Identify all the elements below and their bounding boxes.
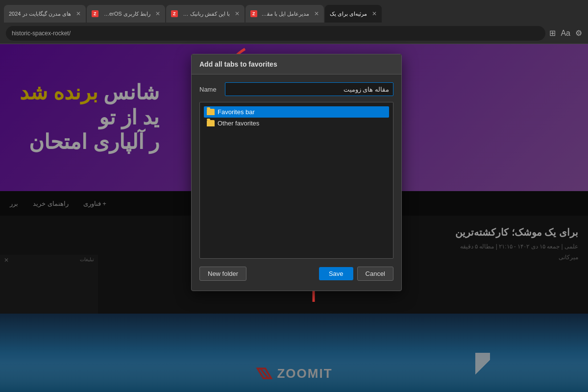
tab-bar: های مدرن گیگابایت در 2024 ✕ Z رابط کاربر… xyxy=(0,0,588,23)
dialog-body: Name Favorites bar Other favorites New f… xyxy=(192,74,401,291)
folder-tree: Favorites bar Other favorites xyxy=(199,102,393,259)
folder-icon-favorites xyxy=(207,109,215,115)
tab-4-close[interactable]: ✕ xyxy=(314,10,319,17)
tab-3-label: با این کفش ربانیک «روی ماه راه برو xyxy=(181,11,230,17)
tab-2-close[interactable]: ✕ xyxy=(155,10,160,17)
save-button[interactable]: Save xyxy=(319,267,353,280)
settings-icon[interactable]: ⚙ xyxy=(575,28,582,38)
folder-favorites-bar[interactable]: Favorites bar xyxy=(204,106,389,118)
tab-2[interactable]: Z رابط کاربری HyperOS شیائومی زیر ✕ xyxy=(87,5,165,23)
toolbar-icons: ⊞ Aa ⚙ xyxy=(549,28,582,38)
tab-2-label: رابط کاربری HyperOS شیائومی زیر xyxy=(101,11,150,17)
tab-3-zoomit-icon: Z xyxy=(171,10,178,17)
folder-other-favorites[interactable]: Other favorites xyxy=(204,118,389,129)
tab-1-close[interactable]: ✕ xyxy=(76,10,81,17)
tab-4-label: مدیرعامل ایل با مقام ارشد اروپا دید xyxy=(260,11,309,17)
tab-3[interactable]: Z با این کفش ربانیک «روی ماه راه برو ✕ xyxy=(166,5,245,23)
name-input[interactable] xyxy=(225,82,393,96)
tab-1[interactable]: های مدرن گیگابایت در 2024 ✕ xyxy=(4,5,86,23)
add-favorites-dialog: Add all tabs to favorites Name Favorites… xyxy=(191,54,402,291)
tab-4-zoomit-icon: Z xyxy=(250,10,257,17)
tab-3-close[interactable]: ✕ xyxy=(235,10,240,17)
dialog-title-bar: Add all tabs to favorites xyxy=(192,54,401,74)
grid-view-icon[interactable]: ⊞ xyxy=(549,28,556,38)
tab-5-close[interactable]: ✕ xyxy=(372,10,377,17)
tab-4[interactable]: Z مدیرعامل ایل با مقام ارشد اروپا دید ✕ xyxy=(245,5,324,23)
folder-other-label: Other favorites xyxy=(218,120,259,127)
dialog-title: Add all tabs to favorites xyxy=(199,60,277,68)
new-folder-button[interactable]: New folder xyxy=(199,267,246,281)
tab-2-zoomit-icon: Z xyxy=(92,10,98,17)
tab-1-label: های مدرن گیگابایت در 2024 xyxy=(9,11,71,17)
tab-5[interactable]: مرثیه‌ای برای یک ✕ xyxy=(325,5,382,23)
address-text: historic-spacex-rocket/ xyxy=(12,30,71,37)
address-bar: historic-spacex-rocket/ ⊞ Aa ⚙ xyxy=(0,23,588,44)
folder-favorites-label: Favorites bar xyxy=(218,108,255,116)
name-label: Name xyxy=(199,86,219,93)
address-field[interactable]: historic-spacex-rocket/ xyxy=(6,26,545,41)
folder-icon-other xyxy=(207,120,215,126)
dialog-buttons: New folder Save Cancel xyxy=(199,267,393,283)
cancel-button[interactable]: Cancel xyxy=(357,267,393,281)
name-field-row: Name xyxy=(199,82,393,96)
text-size-icon[interactable]: Aa xyxy=(561,29,570,38)
tab-5-label: مرثیه‌ای برای یک xyxy=(330,11,367,17)
